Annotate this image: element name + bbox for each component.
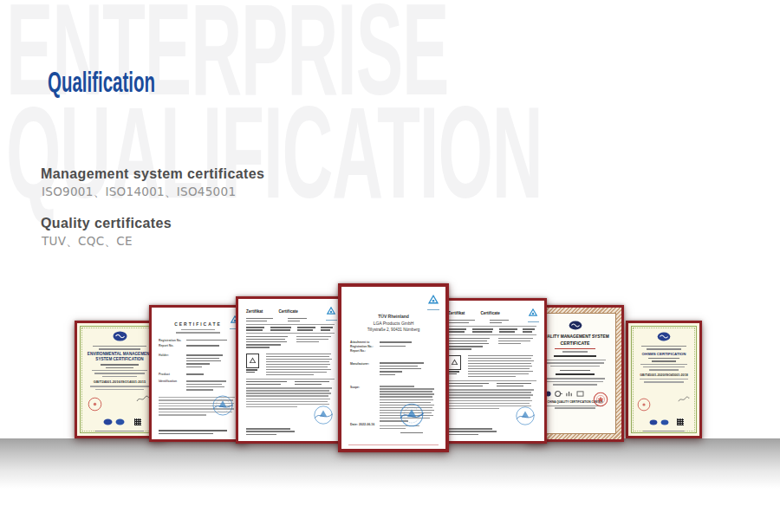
col3 bbox=[499, 328, 519, 332]
text-line bbox=[246, 321, 267, 321]
header-de: Zertifikat bbox=[448, 311, 465, 315]
date-line: Date: 2022-06-16 bbox=[350, 423, 374, 426]
text-line bbox=[643, 431, 685, 431]
text-line bbox=[448, 383, 489, 384]
text-line bbox=[380, 341, 412, 342]
certificate-tuv-zertifikat-right[interactable]: Zertifikat Certificate bbox=[438, 298, 547, 444]
scheme-line bbox=[540, 370, 610, 371]
text-line bbox=[468, 355, 533, 356]
footer-lines bbox=[159, 430, 237, 434]
text-line bbox=[246, 399, 330, 399]
text-line bbox=[448, 322, 469, 323]
address-lines bbox=[635, 364, 692, 371]
sec2-right bbox=[295, 381, 333, 385]
text-line bbox=[266, 359, 332, 360]
tuv-rheinland-logo-icon bbox=[326, 303, 337, 321]
text-line bbox=[380, 393, 434, 394]
sec2-right bbox=[497, 383, 535, 386]
label-manufacturer: Manufacturer: bbox=[350, 362, 380, 375]
certificate-tuv-zertifikat-left[interactable]: Zertifikat Certificate bbox=[236, 296, 345, 444]
address-block bbox=[246, 336, 289, 348]
page: ENTERPRISE QUALIFICATION Qualification M… bbox=[0, 0, 780, 532]
qms-title-line2: CERTIFICATE bbox=[540, 341, 610, 347]
text-line bbox=[448, 373, 457, 374]
data-table-rows bbox=[468, 355, 536, 377]
cqc-logo-icon bbox=[635, 329, 692, 345]
certificate-tuv-lga-center[interactable]: TÜV Rheinland LGA Products GmbH Tillystr… bbox=[338, 283, 449, 452]
text-line bbox=[288, 318, 307, 319]
cqc-logo-icon bbox=[540, 318, 610, 334]
doc-no-left bbox=[246, 318, 276, 321]
text-line bbox=[295, 384, 322, 385]
label-product: Product bbox=[159, 373, 186, 376]
footer-line bbox=[85, 431, 154, 431]
text-line bbox=[246, 428, 290, 429]
text-line bbox=[99, 348, 140, 349]
col2 bbox=[472, 328, 495, 332]
text-line bbox=[547, 381, 603, 382]
certificate-ohsms-iso45001[interactable]: OHSMS CERTIFICATION GB/T45001-2020/ISO45… bbox=[626, 321, 702, 438]
text-line bbox=[380, 396, 432, 397]
text-line bbox=[468, 376, 516, 377]
text-line bbox=[246, 344, 281, 345]
col1 bbox=[246, 327, 266, 330]
text-line bbox=[297, 329, 313, 330]
text-line bbox=[246, 431, 295, 431]
text-line bbox=[348, 444, 439, 445]
text-line bbox=[468, 360, 534, 361]
footer-lines bbox=[448, 428, 504, 435]
text-line bbox=[644, 381, 684, 382]
text-line bbox=[448, 431, 497, 431]
footer-rule bbox=[348, 444, 439, 445]
header-de: Zertifikat bbox=[246, 309, 263, 314]
text-line bbox=[246, 390, 329, 391]
text-line bbox=[497, 386, 523, 386]
text-line bbox=[499, 328, 517, 329]
accreditation-badge-4 bbox=[576, 391, 584, 397]
text-line bbox=[472, 331, 492, 332]
text-line bbox=[295, 381, 329, 382]
text-line bbox=[448, 328, 466, 329]
blue-stamp-icon bbox=[515, 405, 536, 430]
text-line bbox=[448, 392, 531, 393]
certificate-tuv-certificate[interactable]: CERTIFICATE Registration No. Report No. … bbox=[149, 305, 247, 442]
text-line bbox=[498, 341, 531, 341]
cert-title: OHSMS CERTIFICATION bbox=[635, 352, 692, 356]
text-line bbox=[266, 372, 327, 373]
address-block bbox=[448, 338, 491, 350]
center-header-line3: Tillystraße 2, 90431 Nürnberg bbox=[350, 327, 437, 333]
iaf-badge-icon bbox=[649, 419, 658, 425]
text-line bbox=[640, 364, 687, 365]
text-line bbox=[490, 320, 509, 321]
standard-line: GB/T45001-2020/ISO45001:2018 bbox=[635, 373, 692, 377]
quality-certs-items: TUV、CQC、CE bbox=[42, 234, 133, 250]
text-line bbox=[297, 327, 315, 328]
text-line bbox=[246, 339, 285, 340]
text-line bbox=[380, 374, 395, 375]
blue-stamp-icon bbox=[399, 402, 425, 433]
text-line bbox=[448, 331, 465, 332]
center-header-line2: LGA Products GmbH bbox=[350, 320, 437, 327]
subheader-lines bbox=[159, 329, 237, 334]
text-line bbox=[176, 332, 219, 333]
text-line bbox=[159, 430, 227, 431]
text-line bbox=[550, 366, 600, 367]
company-line bbox=[540, 355, 610, 357]
address-lines bbox=[85, 370, 154, 377]
text-line bbox=[246, 327, 264, 328]
text-line bbox=[246, 406, 297, 407]
text-line bbox=[266, 369, 331, 370]
text-line bbox=[448, 346, 483, 347]
text-line bbox=[94, 373, 145, 373]
address-lines bbox=[540, 360, 610, 367]
text-line bbox=[643, 367, 686, 367]
standard-line bbox=[540, 373, 610, 375]
issuer-lines bbox=[85, 346, 154, 350]
text-line bbox=[296, 341, 319, 342]
holder-value bbox=[186, 354, 237, 367]
page-title: Qualification bbox=[48, 66, 155, 99]
registration-value bbox=[186, 340, 237, 341]
text-line bbox=[647, 348, 682, 349]
note-lines bbox=[635, 379, 692, 383]
text-line bbox=[246, 384, 281, 385]
